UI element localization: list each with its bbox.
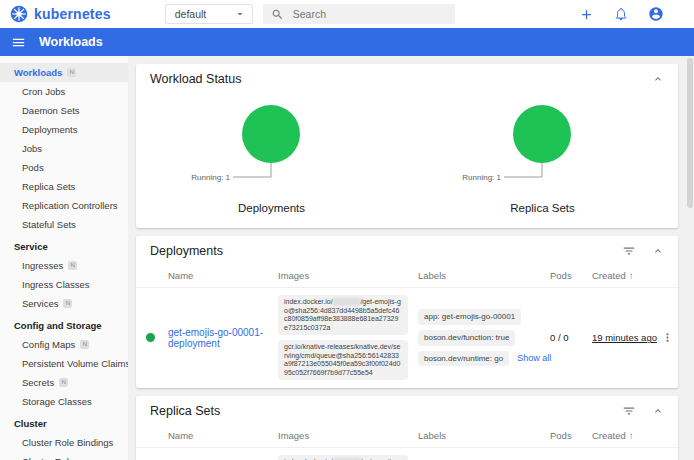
namespaced-badge: N <box>63 299 72 308</box>
pods-count: 0 / 0 <box>550 332 592 343</box>
column-header-pods[interactable]: Pods <box>550 264 592 287</box>
deployments-header: Deployments <box>136 236 678 264</box>
column-header-images[interactable]: Images <box>278 424 418 447</box>
callout-label: Running: 1 <box>191 173 230 182</box>
image-chip: gcr.io/knative-releases/knative.dev/serv… <box>278 340 408 380</box>
scrollbar-thumb[interactable] <box>687 58 693 208</box>
column-header-created[interactable]: Created ↑ <box>592 264 658 287</box>
hamburger-menu-icon[interactable] <box>11 35 26 50</box>
sidebar-item-jobs[interactable]: Jobs <box>0 139 128 158</box>
collapse-chevron-up-icon[interactable] <box>652 73 664 85</box>
sidebar-item-deployments[interactable]: Deployments <box>0 120 128 139</box>
callout-line <box>504 163 542 177</box>
deployments-pie-chart: Running: 1 Deployments <box>136 100 407 214</box>
callout-label: Running: 1 <box>462 173 501 182</box>
show-all-link[interactable]: Show all <box>517 353 551 363</box>
sidebar-item-replication-controllers[interactable]: Replication Controllers <box>0 196 128 215</box>
sidebar-item-label: Workloads <box>14 67 62 78</box>
sidebar-item-persistent-volume-claims[interactable]: Persistent Volume Claims N <box>0 354 128 373</box>
sidebar-item-secrets[interactable]: Secrets N <box>0 373 128 392</box>
status-running-icon <box>146 333 155 342</box>
app-bar: Workloads <box>0 28 694 56</box>
image-chip: index.docker.io/▒▒▒▒▒▒▒/get-emojis-go@sh… <box>278 455 408 460</box>
card-title: Replica Sets <box>150 404 622 418</box>
sidebar-item-storage-classes[interactable]: Storage Classes <box>0 392 128 411</box>
sidebar-item-label: Replication Controllers <box>22 200 118 211</box>
sidebar-item-label: Cron Jobs <box>22 86 65 97</box>
user-account-icon[interactable] <box>648 6 664 22</box>
column-header-name[interactable]: Name <box>168 424 278 447</box>
label-chip: boson.dev/function: true <box>418 330 515 346</box>
sidebar-item-cluster-roles[interactable]: Cluster Roles <box>0 452 128 460</box>
brand-text: kubernetes <box>34 6 111 22</box>
sidebar-item-services[interactable]: Services N <box>0 294 128 313</box>
kubernetes-logo[interactable]: kubernetes <box>10 5 111 23</box>
notifications-bell-icon[interactable] <box>614 7 628 21</box>
pie-chart-svg: Running: 1 <box>407 100 678 196</box>
namespace-selector[interactable]: default <box>165 4 253 24</box>
sidebar-item-label: Jobs <box>22 143 42 154</box>
label-chip: boson.dev/runtime: go <box>418 351 509 367</box>
vertical-scrollbar[interactable] <box>686 56 694 460</box>
collapse-chevron-up-icon[interactable] <box>652 405 664 417</box>
sidebar-item-ingress-classes[interactable]: Ingress Classes <box>0 275 128 294</box>
sidebar-section-label: Service <box>14 241 48 252</box>
images-cell: index.docker.io/▒▒▒▒▒▒▒/get-emojis-go@sh… <box>278 455 418 460</box>
label-chip: app: get-emojis-go-00001 <box>418 309 521 325</box>
sidebar-section-config-storage: Config and Storage <box>0 316 128 335</box>
deployment-table-row: get-emojis-go-00001-deployment index.doc… <box>136 288 678 388</box>
sidebar-item-label: Ingress Classes <box>22 279 90 290</box>
sort-ascending-icon[interactable]: ↑ <box>629 430 634 441</box>
search-input[interactable] <box>293 8 433 20</box>
sidebar-item-config-maps[interactable]: Config Maps N <box>0 335 128 354</box>
sidebar-item-label: Cluster Role Bindings <box>22 437 113 448</box>
column-header-images[interactable]: Images <box>278 264 418 287</box>
replica-sets-table-header: Name Images Labels Pods Created ↑ <box>136 424 678 448</box>
labels-cell: app: get-emojis-go-00001 boson.dev/funct… <box>418 455 550 460</box>
sidebar-item-ingresses[interactable]: Ingresses N <box>0 256 128 275</box>
sidebar-item-label: Storage Classes <box>22 396 92 407</box>
card-title: Workload Status <box>150 72 652 86</box>
image-chip: index.docker.io/▒▒▒▒▒▒▒/get-emojis-go@sh… <box>278 295 408 335</box>
workload-status-card: Workload Status Running: 1 Deployments <box>136 64 678 228</box>
sidebar-item-stateful-sets[interactable]: Stateful Sets <box>0 215 128 234</box>
deployments-table-header: Name Images Labels Pods Created ↑ <box>136 264 678 288</box>
page-title: Workloads <box>39 35 103 49</box>
pie-chart-svg: Running: 1 <box>136 100 407 196</box>
main-layout: Workloads N Cron Jobs Daemon Sets Deploy… <box>0 56 694 460</box>
sidebar-item-workloads[interactable]: Workloads N <box>0 63 128 82</box>
column-header-created[interactable]: Created ↑ <box>592 424 658 447</box>
search-box[interactable] <box>263 4 455 24</box>
sidebar-item-label: Pods <box>22 162 44 173</box>
card-title: Deployments <box>150 244 622 258</box>
column-header-labels[interactable]: Labels <box>418 424 550 447</box>
column-header-pods[interactable]: Pods <box>550 424 592 447</box>
deployment-name-link[interactable]: get-emojis-go-00001-deployment <box>168 327 278 349</box>
sidebar-item-label: Stateful Sets <box>22 219 76 230</box>
sidebar-item-label: Config Maps <box>22 339 75 350</box>
sidebar-item-label: Daemon Sets <box>22 105 80 116</box>
sidebar-item-replica-sets[interactable]: Replica Sets <box>0 177 128 196</box>
create-resource-plus-icon[interactable] <box>579 7 594 22</box>
replica-set-table-row: get-emojis-go-00001-deployment- index.do… <box>136 448 678 460</box>
callout-line <box>233 163 271 177</box>
filter-icon[interactable] <box>622 244 636 258</box>
filter-icon[interactable] <box>622 404 636 418</box>
sidebar-item-label: Ingresses <box>22 260 63 271</box>
sort-ascending-icon[interactable]: ↑ <box>629 270 634 281</box>
collapse-chevron-up-icon[interactable] <box>652 245 664 257</box>
sidebar-item-cluster-role-bindings[interactable]: Cluster Role Bindings <box>0 433 128 452</box>
created-timestamp: 19 minutes ago <box>592 332 658 343</box>
replica-sets-pie-chart: Running: 1 Replica Sets <box>407 100 678 214</box>
sidebar-item-daemon-sets[interactable]: Daemon Sets <box>0 101 128 120</box>
sidebar-item-label: Replica Sets <box>22 181 75 192</box>
sidebar-item-label: Deployments <box>22 124 77 135</box>
column-header-labels[interactable]: Labels <box>418 264 550 287</box>
sidebar-item-pods[interactable]: Pods <box>0 158 128 177</box>
kubernetes-helm-icon <box>10 5 28 23</box>
chart-title: Deployments <box>238 202 305 214</box>
labels-cell: app: get-emojis-go-00001 boson.dev/funct… <box>418 309 550 366</box>
row-kebab-menu-icon[interactable] <box>661 331 674 344</box>
column-header-name[interactable]: Name <box>168 264 278 287</box>
sidebar-item-cron-jobs[interactable]: Cron Jobs <box>0 82 128 101</box>
